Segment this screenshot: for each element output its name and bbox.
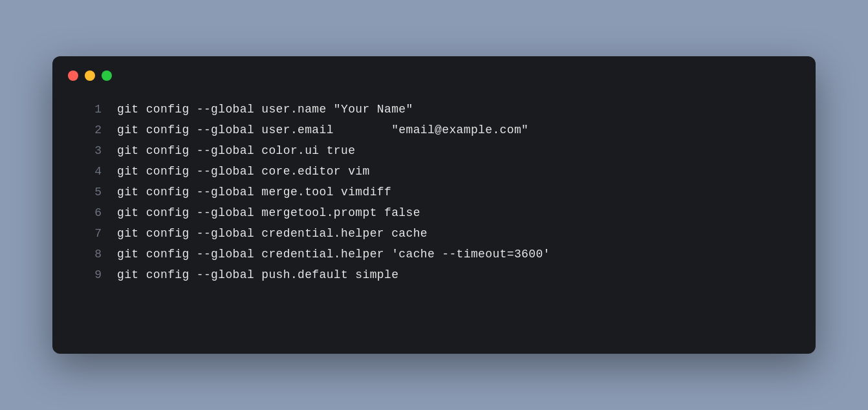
line-content: git config --global mergetool.prompt fal… (117, 206, 420, 219)
code-line: 4git config --global core.editor vim (52, 161, 816, 182)
code-line: 7git config --global credential.helper c… (52, 223, 816, 244)
line-content: git config --global user.email "email@ex… (117, 124, 528, 136)
code-line: 6git config --global mergetool.prompt fa… (52, 202, 816, 223)
line-number: 2 (78, 124, 102, 136)
terminal-window: 1git config --global user.name "Your Nam… (52, 56, 816, 354)
line-content: git config --global color.ui true (117, 144, 355, 157)
line-number: 5 (78, 186, 102, 199)
line-number: 1 (78, 103, 102, 116)
code-line: 5git config --global merge.tool vimdiff (52, 182, 816, 202)
close-button[interactable] (68, 70, 78, 81)
title-bar (52, 56, 816, 94)
line-number: 3 (78, 144, 102, 157)
line-content: git config --global user.name "Your Name… (117, 103, 413, 116)
line-number: 7 (78, 227, 102, 240)
line-number: 9 (78, 268, 102, 281)
line-content: git config --global merge.tool vimdiff (117, 186, 391, 199)
line-content: git config --global push.default simple (117, 268, 398, 281)
minimize-button[interactable] (85, 70, 95, 81)
maximize-button[interactable] (102, 70, 112, 81)
line-content: git config --global core.editor vim (117, 165, 370, 178)
code-line: 8git config --global credential.helper '… (52, 244, 816, 264)
line-number: 4 (78, 165, 102, 178)
line-number: 8 (78, 248, 102, 261)
line-content: git config --global credential.helper 'c… (117, 248, 550, 261)
code-line: 3git config --global color.ui true (52, 140, 816, 161)
line-content: git config --global credential.helper ca… (117, 227, 428, 240)
line-number: 6 (78, 206, 102, 219)
code-line: 2git config --global user.email "email@e… (52, 120, 816, 140)
code-block: 1git config --global user.name "Your Nam… (52, 94, 816, 285)
code-line: 1git config --global user.name "Your Nam… (52, 99, 816, 120)
code-line: 9git config --global push.default simple (52, 264, 816, 285)
